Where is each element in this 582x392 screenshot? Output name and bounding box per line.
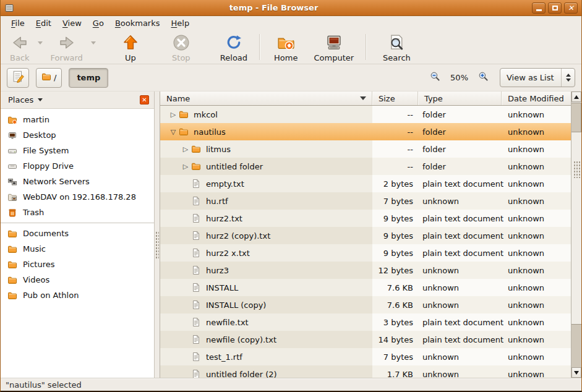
close-button[interactable]: ✕ <box>564 2 578 14</box>
menu-item-file[interactable]: File <box>6 17 30 29</box>
file-row[interactable]: newfile.txt3 bytesplain text documentunk… <box>160 313 571 331</box>
sidebar-item-label: Network Servers <box>23 177 90 186</box>
pane-resize-handle[interactable] <box>155 92 160 378</box>
sidebar-item-floppy-drive[interactable]: Floppy Drive <box>1 158 154 174</box>
file-row[interactable]: untitled folder (2)1.7 KBunknownunknown <box>160 365 571 378</box>
column-header-date-modified[interactable]: Date Modified <box>502 92 571 105</box>
sidebar-item-network-servers[interactable]: Network Servers <box>1 174 154 189</box>
menu-item-view[interactable]: View <box>57 17 87 29</box>
window-title: temp - File Browser <box>15 3 532 12</box>
file-size: 3 bytes <box>372 313 418 331</box>
menubar: FileEditViewGoBookmarksHelp <box>1 16 581 30</box>
maximize-button[interactable] <box>548 2 562 14</box>
view-mode-spinner[interactable] <box>561 69 575 87</box>
path-root-button[interactable]: / <box>36 68 62 88</box>
sidebar-item-desktop[interactable]: Desktop <box>1 127 154 143</box>
file-name: newfile.txt <box>206 318 249 327</box>
status-bar: "nautilus" selected <box>1 378 581 391</box>
file-size: 9 bytes <box>372 227 418 244</box>
file-name: hu.rtf <box>206 197 228 206</box>
file-name: hurz3 <box>206 266 229 275</box>
sidebar-item-label: WebDAV on 192.168.178.28 <box>23 192 136 202</box>
places-sidebar: Places ✕ martinDesktopFile SystemFloppy … <box>1 92 155 378</box>
expander-closed-icon[interactable]: ▷ <box>180 163 191 171</box>
toolbar-button-up[interactable]: Up <box>116 32 145 64</box>
menu-item-help[interactable]: Help <box>166 17 195 29</box>
file-type: folder <box>418 106 502 123</box>
sidebar-item-webdav-on-192-168-178-28[interactable]: WebDAV on 192.168.178.28 <box>1 189 154 205</box>
edit-location-button[interactable] <box>7 68 29 88</box>
file-row[interactable]: INSTALL7.6 KBunknownunknown <box>160 279 571 296</box>
sidebar-header[interactable]: Places ✕ <box>1 92 154 109</box>
toolbar-dropdown-caret-icon[interactable] <box>88 32 98 53</box>
sidebar-item-documents[interactable]: Documents <box>1 226 154 241</box>
file-row[interactable]: INSTALL (copy)7.6 KBunknownunknown <box>160 296 571 313</box>
file-size: -- <box>372 106 418 123</box>
scroll-down-button[interactable] <box>571 367 581 378</box>
sidebar-item-label: martin <box>23 115 49 124</box>
view-mode-selector[interactable]: View as List <box>500 68 575 87</box>
location-bar: / temp 50% View as List <box>1 64 581 92</box>
toolbar-button-home[interactable]: Home <box>268 32 303 64</box>
menu-item-bookmarks[interactable]: Bookmarks <box>109 17 166 29</box>
file-row[interactable]: hurz2 (copy).txt9 bytesplain text docume… <box>160 227 571 244</box>
status-text: "nautilus" selected <box>6 380 82 390</box>
sidebar-close-button[interactable]: ✕ <box>140 95 149 104</box>
list-column-headers: NameSizeTypeDate Modified <box>160 92 571 106</box>
column-header-size[interactable]: Size <box>372 92 418 105</box>
titlebar[interactable]: temp - File Browser ✕ <box>1 0 581 16</box>
sidebar-item-pictures[interactable]: Pictures <box>1 257 154 272</box>
file-row[interactable]: empty.txt2 bytesplain text documentunkno… <box>160 175 571 192</box>
toolbar-button-search[interactable]: Search <box>377 32 416 64</box>
column-header-name[interactable]: Name <box>160 92 372 105</box>
sidebar-item-label: File System <box>23 146 69 155</box>
file-row[interactable]: hurz2 x.txt9 bytesplain text documentunk… <box>160 244 571 262</box>
file-row[interactable]: ▽nautilus--folderunknown <box>160 123 571 140</box>
expander-open-icon[interactable]: ▽ <box>168 128 179 136</box>
toolbar-dropdown-caret-icon[interactable] <box>35 32 45 53</box>
vertical-scrollbar[interactable] <box>571 92 581 378</box>
file-rows: ▷mkcol--folderunknown▽nautilus--folderun… <box>160 106 571 378</box>
file-size: 14 bytes <box>372 331 418 348</box>
toolbar-button-label: Forward <box>51 53 83 62</box>
file-size: 9 bytes <box>372 244 418 262</box>
menu-item-go[interactable]: Go <box>87 17 109 29</box>
file-list-pane: NameSizeTypeDate Modified ▷mkcol--folder… <box>160 92 581 378</box>
sidebar-item-martin[interactable]: martin <box>1 112 154 127</box>
text-file-icon <box>191 300 201 310</box>
file-row[interactable]: newfile (copy).txt14 bytesplain text doc… <box>160 331 571 348</box>
scroll-up-button[interactable] <box>571 92 581 102</box>
toolbar-button-reload[interactable]: Reload <box>215 32 253 64</box>
expander-closed-icon[interactable]: ▷ <box>168 111 179 119</box>
toolbar-button-back: Back <box>4 32 35 64</box>
toolbar-button-computer[interactable]: Computer <box>308 32 359 64</box>
sidebar-item-trash[interactable]: Trash <box>1 205 154 220</box>
file-row[interactable]: hurz2.txt9 bytesplain text documentunkno… <box>160 210 571 227</box>
zoom-out-button[interactable] <box>430 71 440 84</box>
file-row[interactable]: ▷untitled folder--folderunknown <box>160 158 571 175</box>
folder-icon <box>7 275 17 285</box>
minimize-button[interactable] <box>532 2 546 14</box>
toolbar: BackForwardUpStopReloadHomeComputerSearc… <box>1 30 581 64</box>
scrollbar-track-segment[interactable] <box>571 324 581 367</box>
sidebar-item-videos[interactable]: Videos <box>1 272 154 288</box>
sidebar-item-file-system[interactable]: File System <box>1 143 154 158</box>
file-row[interactable]: ▷litmus--folderunknown <box>160 140 571 158</box>
sidebar-item-music[interactable]: Music <box>1 241 154 257</box>
file-name-cell: untitled folder (2) <box>160 365 372 378</box>
file-row[interactable]: hurz312 bytesunknownunknown <box>160 262 571 279</box>
text-file-icon <box>191 196 201 206</box>
sidebar-item-pub-on-athlon[interactable]: Pub on Athlon <box>1 288 154 303</box>
scrollbar-thumb[interactable] <box>571 103 581 132</box>
menu-item-edit[interactable]: Edit <box>30 17 57 29</box>
toolbar-button-label: Search <box>383 53 411 62</box>
drive-icon <box>7 146 17 156</box>
path-current-button[interactable]: temp <box>69 68 108 88</box>
file-row[interactable]: hu.rtf7 bytesunknownunknown <box>160 192 571 210</box>
file-row[interactable]: test_1.rtf7 bytesunknownunknown <box>160 348 571 365</box>
zoom-in-button[interactable] <box>478 71 489 84</box>
expander-closed-icon[interactable]: ▷ <box>180 145 191 153</box>
network-servers-icon <box>7 177 17 187</box>
column-header-type[interactable]: Type <box>418 92 502 105</box>
file-row[interactable]: ▷mkcol--folderunknown <box>160 106 571 123</box>
